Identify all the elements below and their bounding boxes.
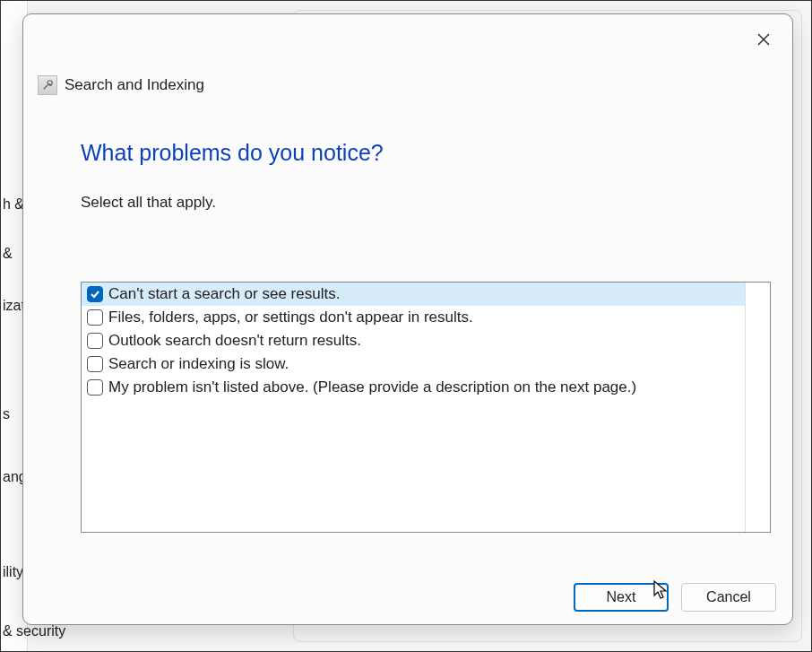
option-label: Outlook search doesn't return results. [108, 332, 361, 350]
bg-text-fragment: h & [1, 196, 24, 213]
close-button[interactable] [751, 27, 776, 52]
dialog-title: Search and Indexing [65, 76, 204, 94]
bg-text-fragment: & [1, 246, 13, 262]
problem-option-outlook-search[interactable]: Outlook search doesn't return results. [82, 329, 745, 352]
problem-option-cant-start-search[interactable]: Can't start a search or see results. [82, 283, 745, 306]
option-label: Files, folders, apps, or settings don't … [108, 309, 473, 326]
dialog-button-row: Next Cancel [574, 583, 776, 612]
checkbox-unchecked[interactable] [87, 356, 103, 372]
option-label: Can't start a search or see results. [108, 285, 340, 303]
dialog-title-row: Search and Indexing [38, 75, 204, 95]
cancel-button[interactable]: Cancel [681, 583, 776, 612]
bg-text-fragment: s [1, 406, 10, 422]
bg-text-fragment: izat [1, 298, 25, 314]
dialog-subheading: Select all that apply. [81, 194, 216, 212]
bg-text-fragment: & security [1, 623, 65, 639]
problem-option-files-dont-appear[interactable]: Files, folders, apps, or settings don't … [82, 306, 745, 329]
checkbox-unchecked[interactable] [87, 309, 103, 326]
button-label: Cancel [706, 589, 751, 605]
problem-option-indexing-slow[interactable]: Search or indexing is slow. [82, 352, 745, 376]
close-icon [756, 32, 771, 47]
problem-option-not-listed[interactable]: My problem isn't listed above. (Please p… [82, 376, 745, 399]
checkbox-checked[interactable] [87, 286, 103, 302]
checkbox-unchecked[interactable] [87, 333, 103, 349]
option-label: My problem isn't listed above. (Please p… [108, 378, 636, 396]
dialog-heading: What problems do you notice? [81, 140, 384, 166]
troubleshooter-dialog: Search and Indexing What problems do you… [22, 13, 793, 625]
problem-list: Can't start a search or see results. Fil… [81, 282, 771, 533]
checkmark-icon [90, 289, 100, 300]
next-button[interactable]: Next [574, 583, 669, 612]
button-label: Next [607, 589, 636, 605]
troubleshoot-icon [38, 75, 57, 95]
checkbox-unchecked[interactable] [87, 379, 103, 396]
option-label: Search or indexing is slow. [108, 355, 289, 373]
bg-text-fragment: ility [1, 564, 23, 580]
